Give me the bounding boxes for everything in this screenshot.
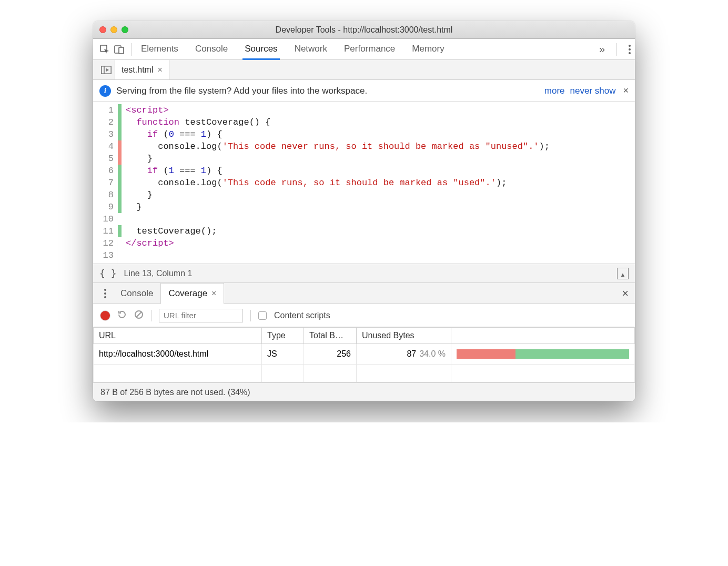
col-total[interactable]: Total B… xyxy=(304,328,357,344)
drawer-tab-console[interactable]: Console xyxy=(113,283,160,304)
drawer-tabbar: Console Coverage × × xyxy=(93,283,635,304)
frames-icon[interactable] xyxy=(97,60,115,79)
close-tab-icon[interactable]: × xyxy=(211,289,216,298)
reload-icon[interactable] xyxy=(117,310,127,321)
drawer-tab-label: Coverage xyxy=(168,288,207,299)
close-window-button[interactable] xyxy=(99,26,106,33)
col-unused[interactable]: Unused Bytes xyxy=(357,328,451,344)
tab-elements[interactable]: Elements xyxy=(139,44,180,60)
code-content[interactable]: <script> function testCoverage() { if (0… xyxy=(123,102,635,264)
tab-network[interactable]: Network xyxy=(292,44,329,60)
separator xyxy=(616,43,617,56)
coverage-summary: 87 B of 256 B bytes are not used. (34%) xyxy=(100,388,250,397)
tab-performance[interactable]: Performance xyxy=(342,44,397,60)
coverage-gutter xyxy=(117,102,123,264)
separator xyxy=(250,310,251,321)
drawer-menu-icon[interactable] xyxy=(97,283,113,304)
table-header-row: URL Type Total B… Unused Bytes xyxy=(94,328,635,344)
close-tab-icon[interactable]: × xyxy=(157,65,162,75)
infobar-close-icon[interactable]: × xyxy=(623,85,629,96)
coverage-table: URL Type Total B… Unused Bytes http://lo… xyxy=(93,327,635,382)
col-url[interactable]: URL xyxy=(94,328,262,344)
cell-total: 256 xyxy=(304,344,357,365)
clear-icon[interactable] xyxy=(134,310,144,321)
window-controls xyxy=(99,26,128,33)
titlebar: Developer Tools - http://localhost:3000/… xyxy=(93,21,635,39)
show-navigator-icon[interactable] xyxy=(617,268,629,279)
cell-type: JS xyxy=(262,344,304,365)
svg-line-6 xyxy=(136,312,141,317)
table-row[interactable]: http://localhost:3000/test.htmlJS2568734… xyxy=(94,344,635,365)
editor-statusbar: { } Line 13, Column 1 xyxy=(93,264,635,283)
tab-memory[interactable]: Memory xyxy=(410,44,446,60)
coverage-toolbar: Content scripts xyxy=(93,304,635,327)
info-icon: i xyxy=(99,85,111,97)
cursor-position: Line 13, Column 1 xyxy=(124,269,193,278)
tab-console[interactable]: Console xyxy=(193,44,230,60)
drawer-tab-coverage[interactable]: Coverage × xyxy=(160,283,224,304)
content-scripts-checkbox[interactable] xyxy=(258,311,267,320)
drawer-close-icon[interactable]: × xyxy=(622,287,629,300)
cell-url: http://localhost:3000/test.html xyxy=(94,344,262,365)
col-bar xyxy=(451,328,635,344)
line-number-gutter: 12345678910111213 xyxy=(93,102,117,264)
infobar-more-link[interactable]: more xyxy=(544,86,565,96)
content-scripts-label: Content scripts xyxy=(274,311,330,320)
workspace-infobar: i Serving from the file system? Add your… xyxy=(93,80,635,102)
main-tabbar: ElementsConsoleSourcesNetworkPerformance… xyxy=(93,39,635,60)
kebab-menu-icon[interactable] xyxy=(629,45,631,54)
cell-bar xyxy=(451,344,635,365)
table-row xyxy=(94,365,635,382)
col-type[interactable]: Type xyxy=(262,328,304,344)
window-title: Developer Tools - http://localhost:3000/… xyxy=(93,25,635,35)
tabs-overflow-icon[interactable]: » xyxy=(599,43,605,55)
tab-sources[interactable]: Sources xyxy=(242,44,279,60)
infobar-text: Serving from the file system? Add your f… xyxy=(116,86,367,96)
url-filter-input[interactable] xyxy=(159,309,243,322)
zoom-window-button[interactable] xyxy=(122,26,128,33)
inspect-element-icon[interactable] xyxy=(97,42,112,57)
drawer-tab-label: Console xyxy=(120,288,153,299)
file-tabbar: test.html × xyxy=(93,60,635,80)
pretty-print-icon[interactable]: { } xyxy=(99,268,117,279)
separator xyxy=(151,310,151,321)
minimize-window-button[interactable] xyxy=(110,26,117,33)
file-tab-test-html[interactable]: test.html × xyxy=(115,60,169,79)
separator xyxy=(131,43,132,56)
source-editor[interactable]: 12345678910111213 <script> function test… xyxy=(93,102,635,264)
file-tab-label: test.html xyxy=(122,65,153,75)
device-toolbar-icon[interactable] xyxy=(112,42,127,57)
svg-rect-2 xyxy=(119,47,124,54)
coverage-statusbar: 87 B of 256 B bytes are not used. (34%) xyxy=(93,382,635,401)
infobar-never-show-link[interactable]: never show xyxy=(570,86,616,96)
record-button[interactable] xyxy=(100,311,110,320)
devtools-window: Developer Tools - http://localhost:3000/… xyxy=(93,21,635,401)
cell-unused: 8734.0 % xyxy=(357,344,451,365)
